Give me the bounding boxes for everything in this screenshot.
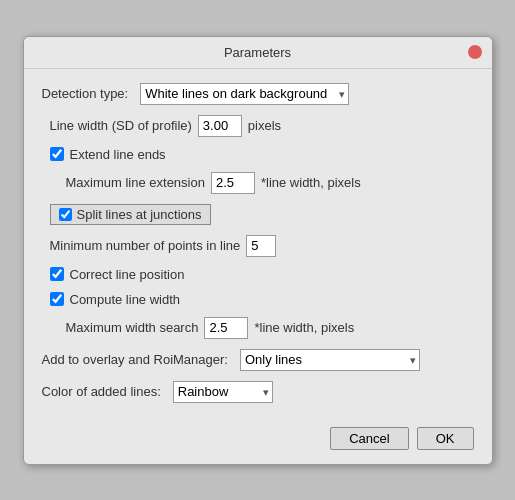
split-lines-btn[interactable]: Split lines at junctions [50, 204, 211, 225]
line-width-row: Line width (SD of profile) pixels [42, 115, 474, 137]
compute-width-checkbox[interactable] [50, 292, 64, 306]
add-to-overlay-select-wrapper: Only linesJunctionsBothNone [240, 349, 420, 371]
parameters-dialog: Parameters Detection type: White lines o… [23, 36, 493, 465]
extend-line-ends-checkbox[interactable] [50, 147, 64, 161]
extend-line-ends-label: Extend line ends [70, 147, 166, 162]
add-to-overlay-row: Add to overlay and RoiManager: Only line… [42, 349, 474, 371]
compute-width-label: Compute line width [70, 292, 181, 307]
max-line-extension-input[interactable] [211, 172, 255, 194]
max-width-search-label: Maximum width search [66, 320, 199, 335]
add-to-overlay-label: Add to overlay and RoiManager: [42, 352, 228, 367]
dialog-content: Detection type: White lines on dark back… [24, 69, 492, 419]
color-lines-row: Color of added lines: RainbowRedGreenBlu… [42, 381, 474, 403]
color-lines-select-wrapper: RainbowRedGreenBlueWhiteBlack [173, 381, 273, 403]
add-to-overlay-select[interactable]: Only linesJunctionsBothNone [240, 349, 420, 371]
min-points-label: Minimum number of points in line [50, 238, 241, 253]
ok-button[interactable]: OK [417, 427, 474, 450]
max-line-extension-label: Maximum line extension [66, 175, 205, 190]
max-width-search-row: Maximum width search *line width, pixels [42, 317, 474, 339]
line-width-label: Line width (SD of profile) [50, 118, 192, 133]
max-line-extension-unit: *line width, pixels [261, 175, 361, 190]
compute-width-row: Compute line width [42, 292, 474, 307]
correct-position-label: Correct line position [70, 267, 185, 282]
correct-position-row: Correct line position [42, 267, 474, 282]
split-lines-checkbox[interactable] [59, 208, 72, 221]
extend-line-ends-row: Extend line ends [42, 147, 474, 162]
cancel-button[interactable]: Cancel [330, 427, 408, 450]
line-width-unit: pixels [248, 118, 281, 133]
min-points-row: Minimum number of points in line [42, 235, 474, 257]
min-points-input[interactable] [246, 235, 276, 257]
correct-position-checkbox[interactable] [50, 267, 64, 281]
title-bar: Parameters [24, 37, 492, 69]
dialog-footer: Cancel OK [24, 419, 492, 450]
detection-type-row: Detection type: White lines on dark back… [42, 83, 474, 105]
color-lines-select[interactable]: RainbowRedGreenBlueWhiteBlack [173, 381, 273, 403]
max-line-extension-row: Maximum line extension *line width, pixe… [42, 172, 474, 194]
detection-type-label: Detection type: [42, 86, 129, 101]
max-width-search-unit: *line width, pixels [254, 320, 354, 335]
detection-type-select[interactable]: White lines on dark backgroundDark lines… [140, 83, 349, 105]
detection-type-select-wrapper: White lines on dark backgroundDark lines… [140, 83, 349, 105]
line-width-input[interactable] [198, 115, 242, 137]
close-button[interactable] [468, 45, 482, 59]
split-lines-row: Split lines at junctions [42, 204, 474, 225]
dialog-title: Parameters [224, 45, 291, 60]
max-width-search-input[interactable] [204, 317, 248, 339]
split-lines-label: Split lines at junctions [77, 207, 202, 222]
color-lines-label: Color of added lines: [42, 384, 161, 399]
